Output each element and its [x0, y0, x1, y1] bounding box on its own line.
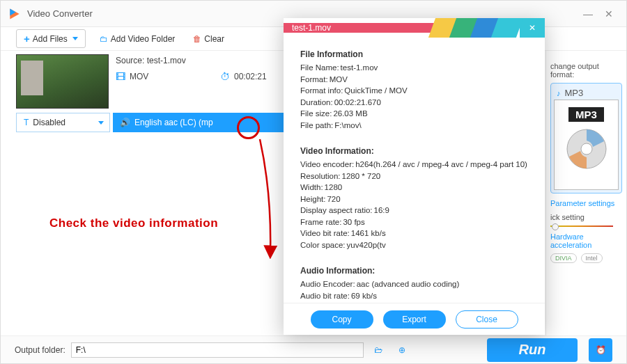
parameter-settings-link[interactable]: Parameter settings	[550, 199, 622, 207]
change-format-label: change output format:	[550, 62, 622, 79]
annotation-arrow	[258, 137, 286, 262]
trash-icon: 🗑	[193, 34, 201, 44]
output-settings-pane: change output format: ♪ MP3 MP3 Paramete…	[546, 51, 626, 335]
info-row: Video bit rate:1461 kb/s	[300, 230, 531, 238]
chevron-down-icon	[72, 37, 78, 40]
info-row: Video encoder:h264(h.264 / avc / mpeg-4 …	[300, 161, 531, 169]
output-folder-input[interactable]	[71, 342, 364, 358]
copy-button[interactable]: Copy	[311, 310, 373, 329]
add-video-folder-button[interactable]: 🗀 Add Video Folder	[95, 32, 180, 46]
close-button[interactable]: Close	[456, 310, 518, 329]
schedule-button[interactable]: ⏰	[589, 338, 612, 362]
clock-icon: ⏱	[220, 71, 230, 82]
video-info-heading: Video Information:	[300, 147, 531, 155]
video-thumbnail[interactable]	[16, 54, 109, 109]
info-row: Frame rate:30 fps	[300, 219, 531, 227]
media-info-modal: test-1.mov ✕ File Information File Name:…	[284, 18, 545, 335]
close-window-button[interactable]: ✕	[598, 3, 619, 24]
chevron-down-icon	[98, 121, 104, 125]
minimize-button[interactable]: —	[578, 3, 598, 24]
info-row: Resolution:1280 * 720	[300, 173, 531, 181]
output-folder-label: Output folder:	[15, 345, 65, 355]
speaker-icon: 🔊	[120, 118, 130, 127]
app-title: Video Converter	[27, 8, 578, 19]
info-row: Audio bit rate:69 kb/s	[300, 292, 531, 301]
alarm-icon: ⏰	[596, 345, 606, 355]
music-note-icon: ♪	[557, 89, 561, 97]
modal-close-button[interactable]: ✕	[520, 18, 545, 38]
output-format-selector[interactable]: ♪ MP3 MP3	[550, 83, 622, 193]
info-row: File path:F:\mov\	[300, 122, 531, 130]
info-row: Color space: yuv420p(tv	[300, 242, 531, 250]
annotation-text: Check the video information	[49, 216, 218, 230]
audio-info-heading: Audio Information:	[300, 267, 531, 275]
quick-setting-slider[interactable]	[550, 225, 613, 227]
hardware-acceleration-link[interactable]: Hardware acceleration	[550, 232, 622, 249]
cd-icon	[565, 127, 608, 171]
close-icon: ✕	[529, 23, 536, 33]
app-logo-icon	[8, 7, 22, 21]
info-row: File size:26.03 MB	[300, 110, 531, 118]
subtitle-dropdown[interactable]: T Disabled	[16, 113, 110, 132]
run-button[interactable]: Run	[487, 338, 578, 362]
plus-icon: +	[24, 33, 30, 45]
format-badge: MP3	[568, 107, 604, 122]
svg-point-1	[581, 143, 592, 155]
info-row: Duration:00:02:21.670	[300, 99, 531, 107]
modal-body[interactable]: File Information File Name:test-1.movFor…	[284, 38, 545, 303]
footer-bar: Output folder: 🗁 ⊕ Run ⏰	[1, 335, 626, 363]
browse-folder-button[interactable]: 🗁	[369, 342, 387, 358]
folder-icon: 🗀	[100, 34, 108, 44]
export-button[interactable]: Export	[383, 310, 446, 329]
modal-title: test-1.mov	[284, 23, 436, 33]
info-row: Audio Encoder:aac (advanced audio coding…	[300, 280, 531, 289]
nvidia-chip: DIVIA	[550, 253, 577, 263]
info-row: Display aspect ratio: 16:9	[300, 207, 531, 215]
film-icon: 🎞	[116, 71, 125, 82]
info-row: File Name:test-1.mov	[300, 64, 531, 72]
info-row: Height:720	[300, 196, 531, 204]
info-row: Format info: QuickTime / MOV	[300, 87, 531, 95]
merge-button[interactable]: ⊕	[393, 342, 411, 358]
info-row: Width:1280	[300, 184, 531, 192]
clear-button[interactable]: 🗑 Clear	[189, 32, 229, 46]
merge-icon: ⊕	[398, 345, 405, 355]
info-row: Format:MOV	[300, 76, 531, 84]
intel-chip: Intel	[581, 253, 603, 263]
file-info-heading: File Information	[300, 50, 531, 58]
add-files-button[interactable]: + Add Files	[16, 29, 86, 48]
subtitle-icon: T	[24, 118, 29, 127]
open-folder-icon: 🗁	[374, 345, 382, 355]
